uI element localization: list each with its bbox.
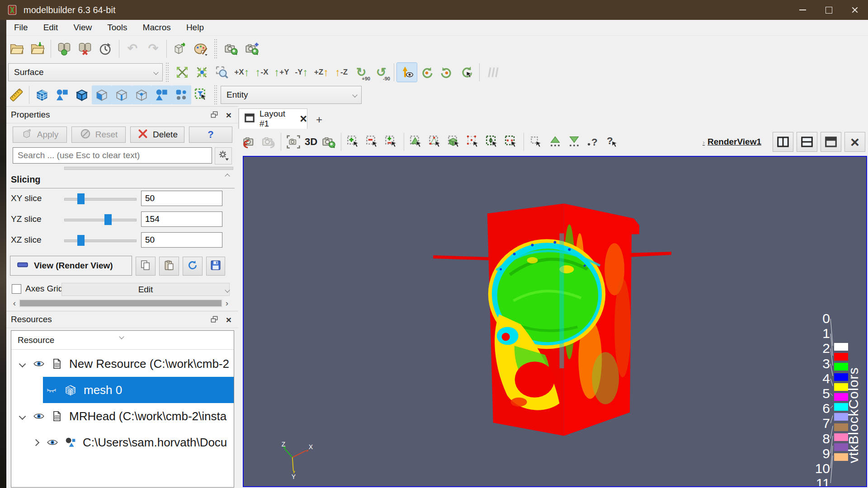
color-palette-icon[interactable] bbox=[190, 38, 211, 59]
mri-visualization[interactable]: Z X Y bbox=[244, 157, 866, 486]
subtract-selection-icon[interactable] bbox=[363, 132, 382, 152]
visibility-eye-icon[interactable] bbox=[33, 410, 45, 422]
close-panel-icon[interactable]: × bbox=[223, 314, 235, 324]
show-blocks-icon[interactable] bbox=[171, 85, 191, 104]
center-axes-visibility-icon[interactable] bbox=[397, 63, 417, 82]
rotate-pointer-icon[interactable] bbox=[457, 63, 476, 82]
resource-tree-row[interactable]: New Resource (C:\work\cmb-2 bbox=[11, 351, 234, 377]
scroll-left-icon[interactable]: ‹ bbox=[10, 298, 19, 308]
slider-value-input[interactable] bbox=[141, 191, 222, 206]
resource-tree-row[interactable]: MRHead (C:\work\cmb-2\insta bbox=[11, 403, 234, 429]
query-dot-icon[interactable]: ? bbox=[584, 132, 603, 152]
shrink-selection-icon[interactable] bbox=[565, 132, 584, 152]
show-models-icon[interactable] bbox=[151, 85, 171, 104]
camera-plus-y-button[interactable]: ↑+Y bbox=[272, 63, 292, 82]
select-frustum-icon[interactable] bbox=[464, 132, 483, 152]
show-faces-icon[interactable] bbox=[92, 85, 112, 104]
hover-cells-icon[interactable] bbox=[527, 132, 546, 152]
menu-edit[interactable]: Edit bbox=[36, 21, 66, 34]
resource-tree-row[interactable]: C:\Users\sam.horvath\Docu bbox=[11, 429, 234, 455]
server-connect-icon[interactable] bbox=[54, 38, 75, 59]
reset-session-icon[interactable] bbox=[95, 38, 116, 59]
zoom-closest-icon[interactable] bbox=[192, 63, 212, 82]
close-tab-icon[interactable]: × bbox=[300, 113, 307, 125]
float-panel-icon[interactable] bbox=[208, 110, 220, 120]
split-horizontal-button[interactable] bbox=[773, 132, 793, 152]
float-panel-icon[interactable] bbox=[208, 314, 220, 324]
menu-tools[interactable]: Tools bbox=[99, 21, 135, 34]
collapse-icon[interactable] bbox=[18, 414, 27, 419]
query-pointer-icon[interactable]: ? bbox=[603, 132, 622, 152]
add-layout-tab[interactable]: + bbox=[309, 110, 329, 129]
axes-grid-edit-button[interactable]: Edit bbox=[61, 283, 230, 296]
roll-cw-icon[interactable] bbox=[417, 63, 437, 82]
refresh-properties-button[interactable] bbox=[183, 257, 203, 276]
slider-track[interactable] bbox=[64, 219, 137, 221]
delete-button[interactable]: Delete bbox=[130, 127, 184, 143]
save-properties-button[interactable] bbox=[206, 257, 225, 276]
search-input[interactable] bbox=[13, 147, 212, 164]
open-file-icon[interactable] bbox=[6, 38, 27, 59]
properties-h-scrollbar[interactable]: ‹ › bbox=[10, 298, 231, 308]
camera-minus-y-button[interactable]: -Y↑ bbox=[292, 63, 311, 82]
slider-value-input[interactable] bbox=[141, 211, 222, 227]
properties-title-bar[interactable]: Properties × bbox=[6, 107, 238, 123]
select-points-icon[interactable] bbox=[426, 132, 445, 152]
split-vertical-button[interactable] bbox=[797, 132, 817, 152]
show-vertices-icon[interactable] bbox=[132, 85, 151, 104]
camera-undo-icon[interactable] bbox=[240, 132, 259, 152]
scroll-right-icon[interactable]: › bbox=[222, 298, 231, 308]
rotate-90-ccw-icon[interactable]: ↺-90 bbox=[371, 63, 391, 82]
visibility-eye-icon[interactable] bbox=[33, 358, 45, 370]
slider-value-input[interactable] bbox=[141, 232, 222, 248]
paste-properties-button[interactable] bbox=[159, 257, 179, 276]
axes-grid-checkbox[interactable] bbox=[12, 284, 21, 294]
export-scene-icon[interactable] bbox=[170, 38, 190, 59]
selection-type-combo[interactable]: Entity bbox=[221, 86, 362, 104]
zoom-to-box-icon[interactable] bbox=[212, 63, 232, 82]
slider-track[interactable] bbox=[64, 198, 137, 201]
roll-ccw-icon[interactable] bbox=[437, 63, 457, 82]
tab-layout-1[interactable]: Layout #1 × bbox=[239, 108, 307, 129]
scroll-up-icon[interactable] bbox=[226, 172, 231, 177]
search-settings-button[interactable] bbox=[215, 147, 232, 164]
resource-tree-row[interactable]: mesh 0 bbox=[43, 377, 234, 403]
measure-ruler-icon[interactable] bbox=[6, 85, 26, 104]
volume-representation-icon[interactable] bbox=[72, 85, 92, 104]
model-representation-icon[interactable] bbox=[52, 85, 72, 104]
capture-view-icon[interactable] bbox=[221, 38, 241, 59]
help-button[interactable]: ? bbox=[189, 127, 232, 143]
rotate-90-cw-icon[interactable]: ↻+90 bbox=[351, 63, 371, 82]
toolbar-handle[interactable] bbox=[166, 63, 169, 82]
render-view-link[interactable]: › RenderView1 bbox=[703, 137, 761, 147]
menu-macros[interactable]: Macros bbox=[135, 21, 179, 34]
collapse-icon[interactable] bbox=[18, 361, 27, 366]
camera-plus-x-button[interactable]: +X↑ bbox=[232, 63, 252, 82]
scroll-down-icon[interactable] bbox=[226, 286, 231, 291]
select-block-icon[interactable] bbox=[445, 132, 464, 152]
close-panel-icon[interactable]: × bbox=[223, 110, 235, 120]
server-disconnect-icon[interactable] bbox=[75, 38, 95, 59]
menu-help[interactable]: Help bbox=[179, 21, 212, 34]
camera-plus-z-button[interactable]: +Z↑ bbox=[311, 63, 331, 82]
interactive-select-cells-icon[interactable] bbox=[483, 132, 502, 152]
resource-tree-header[interactable]: Resource bbox=[11, 331, 234, 350]
slider-handle[interactable] bbox=[104, 214, 112, 225]
mesh-representation-icon[interactable] bbox=[32, 85, 52, 104]
close-button[interactable] bbox=[842, 0, 868, 20]
zoom-to-data-icon[interactable] bbox=[319, 132, 338, 152]
camera-minus-x-button[interactable]: ↑-X bbox=[252, 63, 272, 82]
slider-handle[interactable] bbox=[77, 193, 85, 204]
resources-title-bar[interactable]: Resources × bbox=[6, 311, 238, 328]
menu-file[interactable]: File bbox=[6, 21, 36, 34]
show-edges-icon[interactable] bbox=[112, 85, 132, 104]
mode-3d-button[interactable]: 3D bbox=[303, 132, 319, 152]
selection-filter-icon[interactable] bbox=[191, 85, 211, 104]
maximize-view-button[interactable] bbox=[821, 132, 841, 152]
copy-properties-button[interactable] bbox=[136, 257, 156, 276]
scrollbar-thumb[interactable] bbox=[20, 300, 222, 306]
capture-view-plus-icon[interactable] bbox=[241, 38, 262, 59]
grow-selection-icon[interactable] bbox=[546, 132, 565, 152]
import-file-icon[interactable] bbox=[27, 38, 48, 59]
slider-track[interactable] bbox=[64, 239, 137, 242]
